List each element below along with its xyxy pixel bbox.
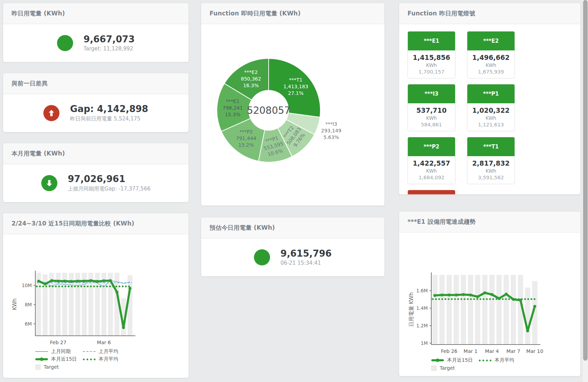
legend-item[interactable]: 本月平均 [83,356,129,362]
light-tile-value: 1,415,856 [408,54,455,61]
card-title: ***E1 設備用電達成趨勢 [399,211,580,232]
target-bar [468,275,473,345]
light-tile-value: 1,422,557 [408,159,455,167]
legend-label: Target [44,364,59,370]
light-tile-name: ***P1 [467,84,515,103]
card-title: 預估今日用電量 (KWh) [201,217,384,238]
target-bar [461,275,466,345]
vertical-scrollbar-thumb[interactable] [583,0,588,361]
legend-marker-solid-icon [35,351,48,352]
light-tile-value: 1,496,662 [467,54,515,61]
card-e1-trend-chart: ***E1 設備用電達成趨勢 1M1.2M1.4M1.6MFeb 26Mar 1… [399,211,581,376]
arrow-up-circle-icon [43,105,59,121]
legend-label: 本月近15日 [51,356,77,362]
legend-item[interactable]: 本月近15日 [35,356,82,362]
legend-item[interactable]: 本月近15日 [431,357,477,363]
series-marker [433,294,436,297]
light-tile-T2: ***T2955,212KWh762,358 [408,190,455,195]
card-title: 昨日用電量 (KWh) [3,3,189,24]
series-marker [115,291,118,293]
vertical-scrollbar-track[interactable] [583,0,588,382]
light-tile-unit: KWh [408,168,455,174]
series-marker [483,291,486,294]
pie-center-value: 5208057 [247,105,291,116]
legend-item[interactable]: Target [35,364,82,370]
x-tick-label: Feb 26 [441,348,457,354]
legend-marker-dashed-icon [83,351,95,352]
compare-chart-svg: 6M8M10MFeb 27Mar 6KWh [3,234,185,346]
compare-chart-legend: 上月同期上月平均本月近15日本月平均Target [35,348,189,371]
series-marker [89,279,92,282]
light-tile-value: 1,020,322 [467,106,515,114]
light-tile-unit: KWh [408,115,455,121]
legend-item[interactable]: 上月平均 [83,348,129,355]
series-marker [440,293,443,296]
series-marker [128,287,131,290]
legend-label: 上月同期 [51,348,71,355]
light-tile-P1: ***P11,020,322KWh1,121,613 [467,84,515,131]
lights-grid: ***E11,415,856KWh1,700,157***E21,496,662… [399,24,580,195]
series-marker [50,279,53,282]
e1-trend-chart-svg: 1M1.2M1.4M1.6MFeb 26Mar 1Mar 4Mar 7Mar 1… [399,232,581,354]
series-marker [83,280,86,283]
series-marker [102,279,105,282]
kpi-body: 9,667,073 Target: 11,128,992 [3,24,189,62]
light-tile-unit: KWh [408,62,455,68]
y-tick-label: 1M [421,340,428,346]
column-right: Function 昨日用電燈號 ***E11,415,856KWh1,700,1… [399,3,581,376]
legend-item[interactable]: 上月同期 [35,348,82,355]
kpi-timestamp: 06-21 15:34:41 [281,260,332,266]
light-tile-name: ***T2 [408,190,455,195]
kpi-body: 9,615,796 06-21 15:34:41 [201,238,384,276]
x-tick-label: Mar 6 [97,340,111,345]
realtime-pie-svg: ***T11,413,18327.1%***I3293,1495.63%***T… [201,24,385,203]
series-marker [109,279,112,282]
series-marker [498,297,501,300]
light-tile-target: 1,675,939 [467,69,515,75]
card-title: Function 昨日用電燈號 [399,3,580,24]
light-tile-unit: KWh [467,168,515,174]
series-marker [448,293,451,296]
target-bar [432,275,438,345]
e1-trend-chart-legend: 本月近15日本月平均Target [431,356,580,372]
light-tile-unit: KWh [467,62,515,68]
light-tile-name: ***T1 [467,137,515,156]
target-bar [482,275,488,345]
legend-marker-box-icon [431,366,437,371]
light-tile-E2: ***E21,496,662KWh1,675,939 [467,31,515,78]
y-tick-label: 6M [25,321,32,327]
target-bar [496,275,502,345]
legend-item[interactable]: Target [431,365,477,371]
series-marker [533,305,536,308]
arrow-down-circle-icon [41,175,57,191]
target-bar [475,275,480,345]
column-middle: Function 即時日用電量 (KWh) ***T11,413,18327.1… [201,3,385,277]
card-title: Function 即時日用電量 (KWh) [201,3,384,24]
x-tick-label: Feb 27 [50,340,66,345]
legend-label: 本月近15日 [447,357,473,363]
light-tile-unit: KWh [467,115,515,121]
light-tile-P2: ***P21,422,557KWh1,684,092 [408,137,455,184]
light-tile-I3: ***I3537,710KWh584,861 [408,84,455,131]
series-marker [519,299,522,301]
series-marker [76,280,79,283]
series-marker [526,329,529,332]
x-tick-label: Mar 4 [485,348,499,354]
series-marker [490,293,493,296]
legend-marker-box-icon [35,364,41,370]
x-tick-label: Mar 10 [526,348,543,354]
legend-item[interactable]: 本月平均 [479,357,525,363]
pie-slice-label: ***I3293,1495.63% [321,121,341,140]
card-title: 與前一日差異 [3,73,189,94]
status-circle-icon [254,249,270,265]
kpi-target-text: Target: 11,128,992 [84,46,135,52]
light-tile-name: ***E1 [408,32,455,50]
card-yesterday-lights: Function 昨日用電燈號 ***E11,415,856KWh1,700,1… [399,3,581,195]
light-tile-value: 537,710 [408,106,455,114]
card-yesterday-usage: 昨日用電量 (KWh) 9,667,073 Target: 11,128,992 [3,3,189,62]
card-realtime-usage-pie: Function 即時日用電量 (KWh) ***T11,413,18327.1… [201,3,385,206]
series-marker [455,293,458,296]
legend-marker-thick-icon [431,359,444,361]
arrow-up-icon [47,109,56,118]
light-tile-target: 1,684,092 [408,175,455,180]
